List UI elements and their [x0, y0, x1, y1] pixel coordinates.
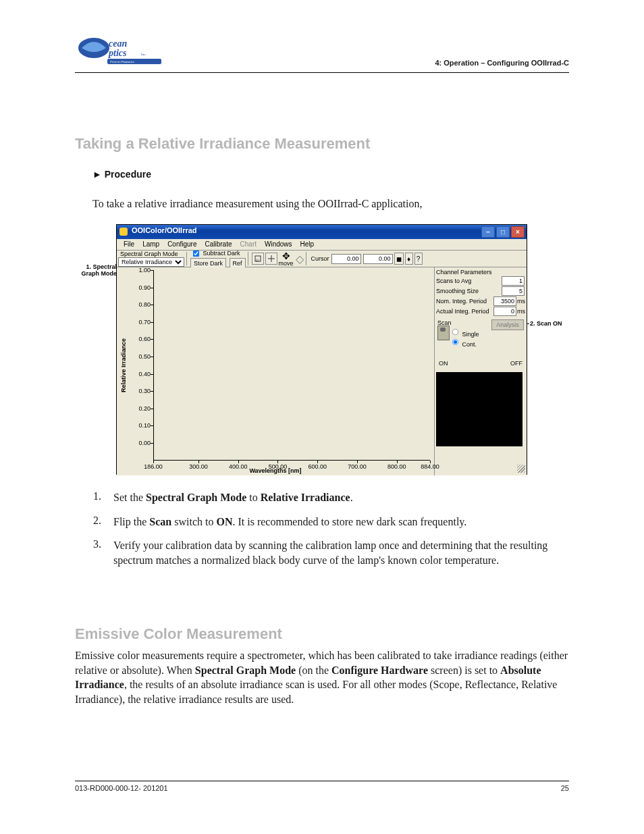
ocean-optics-logo-icon: cean ptics Inc. First in Photonics — [75, 33, 166, 67]
menu-windows[interactable]: Windows — [261, 239, 296, 250]
param-value[interactable]: 1 — [502, 276, 525, 286]
param-value[interactable]: 0 — [493, 307, 516, 316]
x-tick: 600.00 — [308, 463, 327, 470]
ref-button[interactable]: Ref — [230, 258, 246, 268]
toolbar: Spectral Graph Mode Relative Irradiance … — [117, 251, 527, 267]
footer-right: 25 — [561, 784, 569, 792]
arrow-icon: ► — [92, 169, 102, 180]
maximize-button[interactable]: □ — [496, 226, 510, 238]
scan-cont-radio[interactable]: Cont. — [451, 338, 524, 348]
x-tick: 884.00 — [421, 463, 439, 470]
cursor-btn-3[interactable]: ? — [414, 253, 423, 265]
side-panel: Channel Parameters Scans to Avg1Smoothin… — [434, 267, 527, 475]
page-header: cean ptics Inc. First in Photonics 4: Op… — [75, 33, 569, 76]
menu-file[interactable]: File — [119, 239, 138, 250]
x-tick: 800.00 — [387, 463, 406, 470]
x-tick: 186.00 — [144, 463, 163, 470]
minimize-button[interactable]: – — [481, 226, 495, 238]
param-row: Smoothing Size5 — [436, 286, 525, 296]
param-value[interactable]: 5 — [502, 286, 525, 296]
y-axis-label: Relative Irradiance — [120, 325, 127, 406]
footer-left: 013-RD000-000-12- 201201 — [75, 784, 168, 792]
param-row: Scans to Avg1 — [436, 276, 525, 286]
scan-switch[interactable] — [437, 325, 450, 340]
y-tick: 0.80 — [130, 301, 151, 308]
page-footer: 013-RD000-000-12- 201201 25 — [75, 781, 569, 792]
scan-on-label: ON — [439, 360, 448, 367]
diamond-icon[interactable]: ◇ — [296, 253, 304, 265]
y-tick: 0.60 — [130, 336, 151, 342]
cursor-btn-1[interactable]: ◼ — [394, 253, 404, 265]
menu-lamp[interactable]: Lamp — [138, 239, 163, 250]
app-window: OOIColor/OOIIrrad – □ × FileLampConfigur… — [116, 224, 527, 475]
spectrum-plot: Relative Irradiance 0.000.100.200.300.40… — [117, 267, 434, 475]
x-tick: 300.00 — [189, 463, 208, 470]
tool-icon-1[interactable]: ⌕ — [252, 253, 264, 265]
svg-text:Inc.: Inc. — [141, 53, 146, 56]
spectral-mode-label: Spectral Graph Mode — [120, 251, 184, 257]
callout-right: 2. Scan ON — [530, 320, 562, 327]
step-item: 3.Verify your calibration data by scanni… — [93, 538, 576, 567]
spectral-mode-select[interactable]: Relative Irradiance — [118, 257, 184, 267]
subtract-dark-checkbox[interactable]: Subtract Dark — [192, 249, 246, 258]
scan-off-label: OFF — [510, 360, 522, 367]
y-tick: 0.30 — [130, 388, 151, 394]
step-item: 1.Set the Spectral Graph Mode to Relativ… — [93, 490, 576, 505]
svg-text:cean: cean — [109, 38, 127, 49]
move-icon[interactable]: ✥ — [282, 251, 290, 261]
header-right-text: 4: Operation – Configuring OOIIrrad-C — [435, 59, 569, 67]
preview-black-area — [436, 372, 522, 446]
channel-params-header: Channel Parameters — [436, 269, 525, 276]
menu-configure[interactable]: Configure — [163, 239, 200, 250]
param-value[interactable]: 3500 — [493, 296, 516, 306]
svg-text:⌕: ⌕ — [256, 257, 259, 263]
param-row: Actual Integ. Period0ms — [436, 307, 525, 316]
cursor-y[interactable]: 0.00 — [363, 254, 393, 264]
y-tick: 0.20 — [130, 405, 151, 412]
app-icon — [119, 228, 128, 236]
window-title: OOIColor/OOIIrrad — [132, 226, 197, 234]
analysis-button[interactable]: Analysis — [491, 319, 524, 330]
y-tick: 0.70 — [130, 319, 151, 325]
y-tick: 0.10 — [130, 422, 151, 429]
y-tick: 0.50 — [130, 353, 151, 360]
cursor-x[interactable]: 0.00 — [331, 254, 361, 264]
procedure-heading: ► Procedure — [92, 169, 151, 180]
y-tick: 0.90 — [130, 284, 151, 291]
procedure-label: Procedure — [105, 169, 151, 180]
menu-calibrate[interactable]: Calibrate — [201, 239, 236, 250]
section-title-1: Taking a Relative Irradiance Measurement — [75, 135, 370, 153]
param-row: Nom. Integ. Period3500ms — [436, 296, 525, 306]
resize-grip-icon[interactable] — [517, 465, 525, 473]
scan-box: Scan Analysis Single Cont. ON OFF — [436, 319, 525, 369]
step-item: 2.Flip the Scan switch to ON. It is reco… — [93, 515, 576, 529]
y-tick: 0.00 — [130, 440, 151, 446]
svg-text:First in Photonics: First in Photonics — [109, 60, 134, 63]
store-dark-button[interactable]: Store Dark — [190, 258, 226, 268]
emissive-paragraph: Emissive color measurements require a sp… — [75, 648, 571, 706]
menu-chart[interactable]: Chart — [236, 239, 261, 250]
callout-left: 1. Spectral Graph Mode — [79, 263, 117, 278]
menu-help[interactable]: Help — [296, 239, 319, 250]
y-tick: 0.40 — [130, 371, 151, 377]
tool-icon-2[interactable] — [265, 253, 277, 265]
procedure-steps: 1.Set the Spectral Graph Mode to Relativ… — [93, 490, 576, 577]
x-tick: 700.00 — [348, 463, 367, 470]
x-axis-label: Wavelengths [nm] — [249, 467, 301, 474]
close-button[interactable]: × — [511, 226, 525, 238]
section-title-2: Emissive Color Measurement — [75, 625, 282, 643]
titlebar[interactable]: OOIColor/OOIIrrad – □ × — [117, 225, 527, 239]
menubar: FileLampConfigureCalibrateChartWindowsHe… — [117, 239, 527, 251]
cursor-label: Cursor — [311, 255, 329, 262]
x-tick: 400.00 — [229, 463, 248, 470]
svg-text:ptics: ptics — [108, 48, 127, 58]
cursor-btn-2[interactable]: ♦ — [405, 253, 413, 265]
intro-text: To take a relative irradiance measuremen… — [92, 198, 568, 210]
y-tick: 1.00 — [130, 267, 151, 273]
